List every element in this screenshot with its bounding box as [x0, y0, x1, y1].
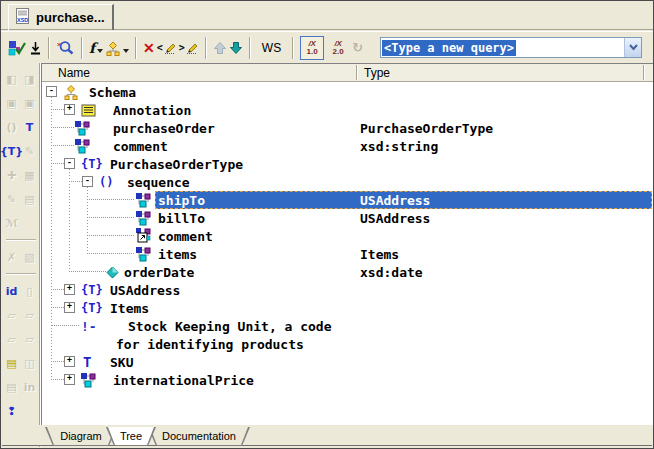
- xsd-file-icon: XSD: [15, 8, 30, 27]
- collapse-toggle[interactable]: -: [82, 176, 93, 187]
- sidebar-tool-icon: ▣: [3, 93, 20, 113]
- mapping-tree-icon: [105, 40, 121, 56]
- schema-tools-sidebar: ◧◨▣▣()T{T}✎✚▦✎▤ℳ ✗▧id▯▱▱▱▱▤◫▤in❢: [1, 63, 41, 447]
- dropdown-arrow-icon: [123, 49, 129, 53]
- tree-row-usaddress[interactable]: + {T} USAddress: [42, 281, 653, 299]
- tree-row-comment-ref[interactable]: comment: [42, 227, 653, 245]
- tree-type-value: USAddress: [360, 211, 430, 226]
- query-input[interactable]: <Type a new query>: [381, 38, 624, 57]
- expand-toggle[interactable]: +: [64, 302, 75, 313]
- tree-row-schema[interactable]: - Schema: [42, 83, 653, 101]
- sidebar-tool-icon: ◨: [21, 69, 38, 89]
- schema-tree: - Schema +: [42, 83, 653, 425]
- save-result-button[interactable]: [29, 36, 42, 60]
- tree-type-value: Items: [360, 247, 399, 262]
- sidebar-tool-icon[interactable]: ❢: [3, 401, 20, 421]
- tree-row-shipto[interactable]: shipTo USAddress: [42, 191, 653, 209]
- tree-label: Annotation: [113, 103, 191, 118]
- sidebar-tool-icon: ▤: [3, 377, 20, 397]
- query-dropdown-button[interactable]: [624, 38, 641, 57]
- tree-row-billto[interactable]: billTo USAddress: [42, 209, 653, 227]
- column-divider[interactable]: [356, 65, 358, 80]
- tree-label: PurchaseOrderType: [110, 157, 243, 172]
- expand-toggle[interactable]: +: [64, 356, 75, 367]
- move-up-button-disabled: [213, 36, 227, 60]
- sidebar-tool-icon[interactable]: {T}: [3, 141, 20, 161]
- element-icon: [135, 192, 151, 208]
- expand-toggle[interactable]: +: [64, 104, 75, 115]
- ws-button[interactable]: WS: [257, 36, 286, 60]
- sidebar-tool-icon[interactable]: T: [21, 117, 38, 137]
- column-divider[interactable]: [643, 65, 645, 80]
- tree-row-items-type[interactable]: + {T} Items: [42, 299, 653, 317]
- insert-after-button[interactable]: >: [179, 36, 199, 60]
- pencil-icon: [186, 41, 199, 54]
- sidebar-tool-icon: ▯: [21, 281, 38, 301]
- move-down-button[interactable]: [229, 36, 243, 60]
- sidebar-tool-icon: ◧: [3, 69, 20, 89]
- preview-button[interactable]: [56, 36, 75, 60]
- element-icon: [80, 372, 96, 388]
- sidebar-separator: [6, 239, 36, 241]
- dropdown-arrow-icon: [97, 49, 103, 53]
- tree-row-comment[interactable]: comment xsd:string: [42, 137, 653, 155]
- function-menu-button[interactable]: f: [89, 36, 103, 60]
- tree-type-value: xsd:date: [360, 265, 423, 280]
- element-reference-icon: [135, 228, 151, 244]
- schema-editor-window: XSD purchase...: [0, 0, 654, 449]
- sidebar-tool-icon: ▱: [21, 329, 38, 349]
- tree-row-annotation[interactable]: + Annotation: [42, 101, 653, 119]
- column-header-type[interactable]: Type: [364, 66, 390, 80]
- tree-row-sku[interactable]: + T SKU: [42, 353, 653, 371]
- document-tab-purchase[interactable]: XSD purchase...: [8, 4, 114, 30]
- document-tab-label: purchase...: [36, 10, 105, 25]
- magnifier-icon: [56, 40, 75, 55]
- sidebar-tool-icon[interactable]: ▤: [3, 353, 20, 373]
- xpath-2-0-label-bottom: 2.0: [333, 48, 344, 56]
- up-arrow-icon: [213, 41, 227, 55]
- column-header-name[interactable]: Name: [58, 66, 90, 80]
- attribute-icon: [106, 264, 119, 280]
- expand-toggle[interactable]: +: [64, 284, 75, 295]
- tree-row-items[interactable]: items Items: [42, 245, 653, 263]
- toolbar-separator: [48, 37, 50, 59]
- tree-row-purchaseordertype[interactable]: - {T} PurchaseOrderType: [42, 155, 653, 173]
- diagram-menu-button[interactable]: [105, 36, 129, 60]
- validate-button[interactable]: [8, 36, 27, 60]
- tree-row-internationalprice[interactable]: + internationalPrice: [42, 371, 653, 389]
- delete-button[interactable]: ✕: [143, 36, 155, 60]
- sidebar-tool-icon: ▱: [21, 305, 38, 325]
- sidebar-tool-icon: ▱: [3, 305, 20, 325]
- sidebar-tool-icon: [21, 213, 38, 233]
- tree-row-purchaseorder[interactable]: purchaseOrder PurchaseOrderType: [42, 119, 653, 137]
- tree-type-value: USAddress: [360, 193, 430, 208]
- query-combobox[interactable]: <Type a new query>: [380, 37, 642, 58]
- complex-type-icon: {T}: [81, 299, 103, 317]
- tree-row-sequence[interactable]: - () sequence: [42, 173, 653, 191]
- tab-tree[interactable]: Tree: [106, 427, 156, 446]
- toolbar-separator: [205, 37, 207, 59]
- tree-row-orderdate[interactable]: orderDate xsd:date: [42, 263, 653, 281]
- expand-toggle[interactable]: +: [64, 374, 75, 385]
- tree-row-documentation-line2[interactable]: for identifying products: [42, 335, 653, 353]
- sidebar-tool-icon[interactable]: id: [3, 281, 20, 301]
- collapse-toggle[interactable]: -: [64, 158, 75, 169]
- tree-panel: Name Type - Schema: [41, 63, 653, 425]
- sidebar-tool-icon: ✎: [3, 189, 20, 209]
- tree-type-value: PurchaseOrderType: [360, 121, 493, 136]
- collapse-toggle[interactable]: -: [46, 86, 57, 97]
- down-arrow-icon: [229, 41, 243, 55]
- xpath-1-0-toggle[interactable]: /X 1.0: [300, 36, 324, 60]
- toolbar-separator: [135, 37, 137, 59]
- sidebar-separator: [6, 273, 36, 275]
- annotation-icon: [81, 102, 96, 118]
- tree-label: orderDate: [124, 265, 194, 280]
- toolbar-separator: [81, 37, 83, 59]
- sidebar-tool-icon: ◫: [21, 353, 38, 373]
- xpath-2-0-toggle[interactable]: /X 2.0: [326, 36, 350, 60]
- tree-row-documentation-line1[interactable]: !- Stock Keeping Unit, a code: [42, 317, 653, 335]
- element-icon: [135, 210, 151, 226]
- insert-before-button[interactable]: <: [157, 36, 177, 60]
- xpath-1-0-label-bottom: 1.0: [307, 48, 318, 56]
- tab-documentation[interactable]: Documentation: [148, 427, 250, 446]
